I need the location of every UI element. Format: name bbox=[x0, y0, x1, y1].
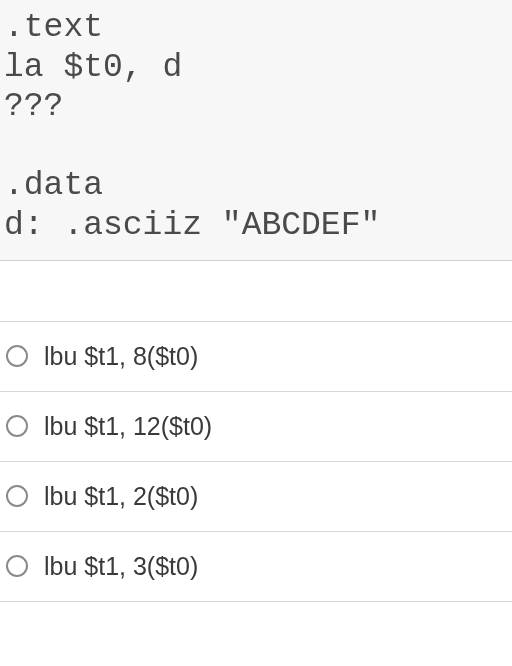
option-label: lbu $t1, 3($t0) bbox=[44, 552, 198, 581]
code-block: .text la $t0, d ??? .data d: .asciiz "AB… bbox=[0, 0, 512, 261]
options-list: lbu $t1, 8($t0) lbu $t1, 12($t0) lbu $t1… bbox=[0, 321, 512, 602]
code-line-6: d: .asciiz "ABCDEF" bbox=[4, 207, 380, 244]
radio-icon[interactable] bbox=[6, 415, 28, 437]
code-line-2: la $t0, d bbox=[4, 49, 182, 86]
option-label: lbu $t1, 12($t0) bbox=[44, 412, 212, 441]
option-label: lbu $t1, 8($t0) bbox=[44, 342, 198, 371]
option-row-0[interactable]: lbu $t1, 8($t0) bbox=[0, 321, 512, 392]
code-line-3: ??? bbox=[4, 88, 63, 125]
radio-icon[interactable] bbox=[6, 485, 28, 507]
option-label: lbu $t1, 2($t0) bbox=[44, 482, 198, 511]
radio-icon[interactable] bbox=[6, 345, 28, 367]
option-row-3[interactable]: lbu $t1, 3($t0) bbox=[0, 532, 512, 602]
code-line-5: .data bbox=[4, 167, 103, 204]
radio-icon[interactable] bbox=[6, 555, 28, 577]
option-row-2[interactable]: lbu $t1, 2($t0) bbox=[0, 462, 512, 532]
option-row-1[interactable]: lbu $t1, 12($t0) bbox=[0, 392, 512, 462]
code-line-1: .text bbox=[4, 9, 103, 46]
